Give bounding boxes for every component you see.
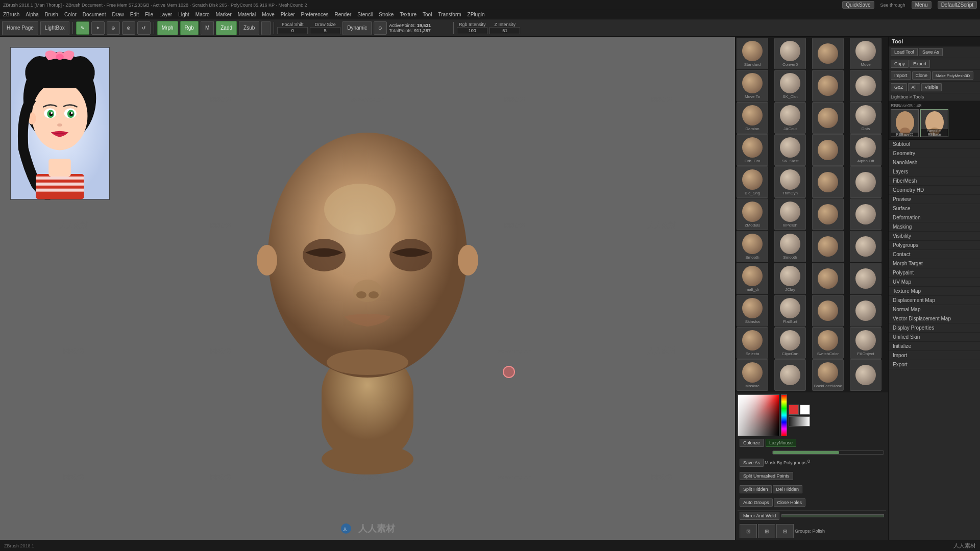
- brush-s12[interactable]: [812, 263, 844, 294]
- menu-file[interactable]: File: [145, 12, 153, 17]
- brush-backface[interactable]: BackFaceMask: [812, 359, 844, 391]
- model-thumb-1[interactable]: SimplEdI RBBase: [920, 109, 948, 137]
- menu-unified-skin[interactable]: Unified Skin: [889, 333, 980, 342]
- model-thumb-0[interactable]: RBBase05: [891, 109, 919, 137]
- um-icon[interactable]: ⊟: [776, 524, 794, 538]
- brush-s6[interactable]: [812, 166, 844, 198]
- menu-polypaint[interactable]: Polypaint: [889, 268, 980, 278]
- menu-uv-map[interactable]: UV Map: [889, 278, 980, 287]
- brush-fillobject[interactable]: FillObject: [850, 327, 881, 359]
- brush-skinsha[interactable]: Skinsha: [737, 295, 768, 327]
- menu-preview[interactable]: Preview: [889, 195, 980, 204]
- camera-icon-button[interactable]: ⊙: [374, 21, 387, 35]
- brush-maltdr[interactable]: malt_dr: [737, 263, 768, 294]
- background-color-swatch[interactable]: [800, 405, 810, 415]
- brush-s5[interactable]: [812, 134, 844, 166]
- color-gradient-square[interactable]: [738, 394, 779, 436]
- split-unmasked-btn[interactable]: Split Unmasked Points: [740, 472, 793, 480]
- menu-stroke[interactable]: Stroke: [379, 12, 394, 17]
- brush-s9[interactable]: [850, 198, 881, 230]
- menu-layers[interactable]: Layers: [889, 167, 980, 177]
- make-polymesh-button[interactable]: Make PolyMesh3D: [932, 71, 973, 80]
- menu-alpha[interactable]: Alpha: [26, 12, 39, 17]
- brush-sphere1[interactable]: [812, 38, 844, 69]
- menu-stencil[interactable]: Stencil: [357, 12, 373, 17]
- rgb-button[interactable]: Rgb: [180, 21, 199, 35]
- menu-morph-target[interactable]: Morph Target: [889, 259, 980, 268]
- menu-material[interactable]: Material: [238, 12, 256, 17]
- brush-alphaoff[interactable]: Alpha Off: [850, 134, 881, 166]
- menu-nanomesh[interactable]: NanoMesh: [889, 158, 980, 167]
- menu-button[interactable]: Menu: [912, 1, 932, 9]
- zsub-button[interactable]: Zsub: [239, 21, 259, 35]
- gradient-swatch[interactable]: [789, 416, 810, 427]
- menu-picker[interactable]: Picker: [281, 12, 295, 17]
- all-button[interactable]: All: [908, 83, 920, 91]
- menu-layer[interactable]: Layer: [159, 12, 172, 17]
- blank-btn[interactable]: [261, 21, 271, 35]
- brush-moveto[interactable]: Move To: [737, 70, 768, 102]
- home-page-button[interactable]: Home Page: [2, 21, 38, 35]
- menu-marker[interactable]: Marker: [216, 12, 232, 17]
- foreground-color-swatch[interactable]: [789, 405, 799, 415]
- brush-switchcolor[interactable]: SwitchColor: [812, 327, 844, 359]
- scale-button[interactable]: ⊗: [122, 21, 135, 35]
- brush-s8[interactable]: [812, 198, 844, 230]
- export-tool-button[interactable]: Export: [910, 60, 930, 68]
- brush-jaccut[interactable]: JACcut: [774, 102, 806, 134]
- zoom-icon[interactable]: ⊞: [758, 524, 775, 538]
- menu-draw[interactable]: Draw: [112, 12, 124, 17]
- menu-color[interactable]: Color: [64, 12, 77, 17]
- brush-s14[interactable]: [812, 295, 844, 327]
- menu-export[interactable]: Export: [889, 360, 980, 369]
- menu-displacement-map[interactable]: Displacement Map: [889, 296, 980, 305]
- rotate-button[interactable]: ↺: [137, 21, 151, 35]
- brush-jclay[interactable]: JClay: [774, 263, 806, 294]
- menu-macro[interactable]: Macro: [195, 12, 210, 17]
- brush-skclot[interactable]: SK_Clot: [774, 70, 806, 102]
- menu-texture[interactable]: Texture: [400, 12, 416, 17]
- menu-vector-displacement[interactable]: Vector Displacement Map: [889, 314, 980, 323]
- brush-skslast[interactable]: SK_Slast: [774, 134, 806, 166]
- brush-blcsng[interactable]: Blc_Sng: [737, 166, 768, 198]
- del-hidden-btn[interactable]: Del Hidden: [773, 485, 803, 493]
- brush-smooth1[interactable]: Smooth: [737, 231, 768, 262]
- menu-tool[interactable]: Tool: [423, 12, 432, 17]
- brush-flatsurf[interactable]: FlatSurf: [774, 295, 806, 327]
- close-holes-btn[interactable]: Close Holes: [774, 498, 806, 507]
- move-button[interactable]: ⊕: [107, 21, 120, 35]
- menu-brush[interactable]: Brush: [45, 12, 58, 17]
- viewport-3d[interactable]: [0, 37, 735, 540]
- actual-icon[interactable]: ⊡: [740, 524, 757, 538]
- brush-selecta[interactable]: Selecta: [737, 327, 768, 359]
- brush-standard[interactable]: Standard: [737, 38, 768, 69]
- brush-maskac[interactable]: Maskac: [737, 359, 768, 391]
- brush-conver5[interactable]: Conver5: [774, 38, 806, 69]
- goz-button[interactable]: GoZ: [891, 83, 907, 91]
- brush-dots[interactable]: Dots: [850, 102, 881, 134]
- brush-smooth2[interactable]: Smooth: [774, 231, 806, 262]
- menu-normal-map[interactable]: Normal Map: [889, 305, 980, 314]
- menu-fibermesh[interactable]: FiberMesh: [889, 177, 980, 186]
- focal-shift-input[interactable]: [277, 27, 308, 34]
- brush-s4[interactable]: [812, 102, 844, 134]
- hue-bar[interactable]: [781, 394, 787, 436]
- brush-s3[interactable]: [850, 70, 881, 102]
- menu-display-properties[interactable]: Display Properties: [889, 323, 980, 333]
- menu-document[interactable]: Document: [83, 12, 106, 17]
- slider-bar-1[interactable]: [772, 450, 884, 455]
- mirror-slider[interactable]: [781, 514, 884, 517]
- brush-inpolish[interactable]: InPolish: [774, 198, 806, 230]
- brush-move[interactable]: Move: [850, 38, 881, 69]
- menu-polygroups[interactable]: Polygroups: [889, 241, 980, 250]
- menu-contact[interactable]: Contact: [889, 250, 980, 259]
- menu-subtool[interactable]: Subtool: [889, 140, 980, 149]
- menu-move[interactable]: Move: [262, 12, 274, 17]
- menu-transform[interactable]: Transform: [438, 12, 461, 17]
- brush-s17[interactable]: [850, 359, 881, 391]
- visible-button[interactable]: Visible: [921, 83, 942, 91]
- split-hidden-btn[interactable]: Split Hidden: [740, 485, 772, 493]
- save-as-tool-button[interactable]: Save As: [919, 48, 943, 56]
- canvas-area[interactable]: RRCG人人素材 RRCG www.rrcg.cn RRCG RRCG 人人素材…: [0, 37, 735, 540]
- menu-import[interactable]: Import: [889, 351, 980, 360]
